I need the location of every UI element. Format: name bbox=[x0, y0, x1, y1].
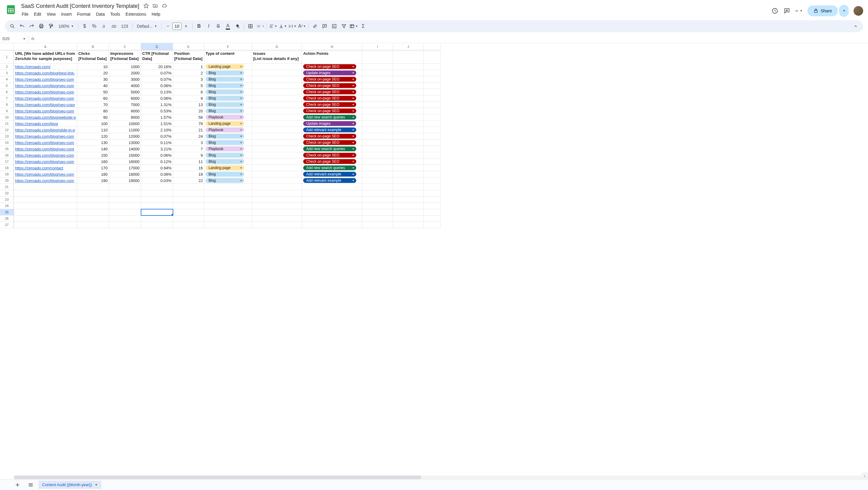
type-cell[interactable]: Blog▼ bbox=[204, 89, 252, 95]
cloud-icon[interactable] bbox=[161, 3, 167, 9]
clicks-cell[interactable]: 50 bbox=[77, 89, 109, 95]
row-header[interactable]: 8 bbox=[0, 101, 14, 108]
action-cell[interactable]: Add new search queries▼ bbox=[302, 114, 362, 121]
clicks-cell[interactable]: 140 bbox=[77, 146, 109, 152]
impressions-cell[interactable]: 8000 bbox=[109, 108, 141, 114]
halign-icon[interactable]: ▼ bbox=[269, 22, 278, 31]
issues-cell[interactable] bbox=[252, 165, 302, 171]
cell[interactable] bbox=[362, 178, 393, 184]
cell[interactable] bbox=[393, 121, 424, 127]
cell[interactable] bbox=[362, 89, 393, 95]
action-chip[interactable]: Check on-page SEO▼ bbox=[303, 159, 356, 164]
cell[interactable] bbox=[362, 114, 393, 121]
action-chip[interactable]: Add relevant example▼ bbox=[303, 127, 356, 132]
zoom-select[interactable]: 100%▼ bbox=[56, 24, 76, 29]
percent-icon[interactable]: % bbox=[90, 22, 99, 31]
cell[interactable] bbox=[362, 215, 393, 222]
ctr-cell[interactable]: 0.07% bbox=[141, 70, 173, 76]
row-header[interactable]: 19 bbox=[0, 171, 14, 178]
cell[interactable] bbox=[424, 184, 441, 190]
cell[interactable] bbox=[393, 89, 424, 95]
position-cell[interactable]: 20 bbox=[173, 108, 204, 114]
cell[interactable] bbox=[362, 133, 393, 140]
url-cell[interactable]: https://zeroado.com/blog/seo-com bbox=[14, 89, 77, 95]
content-type-chip[interactable]: Blog▼ bbox=[206, 140, 244, 145]
position-cell[interactable]: 21 bbox=[173, 127, 204, 133]
cell[interactable] bbox=[393, 70, 424, 76]
cell[interactable] bbox=[302, 222, 362, 228]
impressions-cell[interactable]: 11000 bbox=[109, 127, 141, 133]
cell[interactable] bbox=[14, 222, 77, 228]
type-cell[interactable]: Playbook▼ bbox=[204, 114, 252, 121]
fill-color-icon[interactable] bbox=[233, 22, 242, 31]
cell[interactable] bbox=[173, 215, 204, 222]
content-type-chip[interactable]: Blog▼ bbox=[206, 159, 244, 164]
ctr-cell[interactable]: 0.13% bbox=[141, 89, 173, 95]
row-header[interactable]: 5 bbox=[0, 83, 14, 89]
clicks-cell[interactable]: 110 bbox=[77, 127, 109, 133]
cell[interactable] bbox=[302, 196, 362, 203]
position-cell[interactable]: 22 bbox=[173, 178, 204, 184]
position-cell[interactable]: 8 bbox=[173, 89, 204, 95]
type-cell[interactable]: Landing page▼ bbox=[204, 64, 252, 70]
cell[interactable] bbox=[393, 184, 424, 190]
clicks-cell[interactable]: 40 bbox=[77, 83, 109, 89]
issues-cell[interactable] bbox=[252, 158, 302, 165]
cell[interactable] bbox=[393, 95, 424, 101]
action-chip[interactable]: Check on-page SEO▼ bbox=[303, 134, 356, 139]
content-type-chip[interactable]: Blog▼ bbox=[206, 90, 244, 94]
cell[interactable] bbox=[362, 64, 393, 70]
cell[interactable] bbox=[14, 203, 77, 209]
cell[interactable] bbox=[252, 215, 302, 222]
filter-icon[interactable] bbox=[339, 22, 348, 31]
action-cell[interactable]: Add relevant example▼ bbox=[302, 178, 362, 184]
action-chip[interactable]: Check on-page SEO▼ bbox=[303, 64, 356, 69]
action-chip[interactable]: Check on-page SEO▼ bbox=[303, 96, 356, 101]
cell[interactable] bbox=[362, 101, 393, 108]
cell[interactable] bbox=[77, 215, 109, 222]
cell[interactable] bbox=[424, 64, 441, 70]
ctr-cell[interactable]: 0.07% bbox=[141, 133, 173, 140]
menu-insert[interactable]: Insert bbox=[59, 10, 74, 18]
row-header[interactable]: 10 bbox=[0, 114, 14, 121]
type-cell[interactable]: Blog▼ bbox=[204, 101, 252, 108]
position-cell[interactable]: 9 bbox=[173, 95, 204, 101]
decrease-decimal-icon[interactable]: .0 bbox=[99, 22, 108, 31]
collapse-toolbar-icon[interactable] bbox=[851, 22, 860, 31]
issues-cell[interactable] bbox=[252, 70, 302, 76]
action-cell[interactable]: Check on-page SEO▼ bbox=[302, 95, 362, 101]
row-header[interactable]: 17 bbox=[0, 158, 14, 165]
cell[interactable] bbox=[362, 171, 393, 178]
cell[interactable] bbox=[109, 190, 141, 196]
impressions-cell[interactable]: 12000 bbox=[109, 133, 141, 140]
header-cell[interactable] bbox=[393, 50, 424, 64]
meet-icon[interactable]: ▼ bbox=[795, 7, 803, 14]
content-type-chip[interactable]: Landing page▼ bbox=[206, 64, 244, 69]
issues-cell[interactable] bbox=[252, 152, 302, 158]
url-cell[interactable]: https://zeroado.com/blog/seo-com bbox=[14, 171, 77, 178]
content-type-chip[interactable]: Blog▼ bbox=[206, 134, 244, 139]
impressions-cell[interactable]: 13000 bbox=[109, 140, 141, 146]
cell[interactable] bbox=[204, 190, 252, 196]
clicks-cell[interactable]: 30 bbox=[77, 76, 109, 83]
row-header[interactable]: 4 bbox=[0, 76, 14, 83]
cell[interactable] bbox=[252, 190, 302, 196]
cell[interactable] bbox=[173, 209, 204, 215]
content-type-chip[interactable]: Playbook▼ bbox=[206, 115, 244, 120]
row-header[interactable]: 11 bbox=[0, 121, 14, 127]
clicks-cell[interactable]: 180 bbox=[77, 171, 109, 178]
row-header[interactable]: 23 bbox=[0, 196, 14, 203]
impressions-cell[interactable]: 9000 bbox=[109, 114, 141, 121]
undo-icon[interactable] bbox=[18, 22, 27, 31]
cell[interactable] bbox=[393, 108, 424, 114]
avatar[interactable] bbox=[854, 6, 863, 16]
action-cell[interactable]: Add new search queries▼ bbox=[302, 165, 362, 171]
impressions-cell[interactable]: 4000 bbox=[109, 83, 141, 89]
row-header[interactable]: 20 bbox=[0, 178, 14, 184]
cell[interactable] bbox=[362, 108, 393, 114]
position-cell[interactable]: 3 bbox=[173, 140, 204, 146]
name-box[interactable]: D25▼ bbox=[0, 35, 28, 43]
content-type-chip[interactable]: Blog▼ bbox=[206, 109, 244, 113]
paint-format-icon[interactable] bbox=[46, 22, 56, 31]
cell[interactable] bbox=[393, 140, 424, 146]
